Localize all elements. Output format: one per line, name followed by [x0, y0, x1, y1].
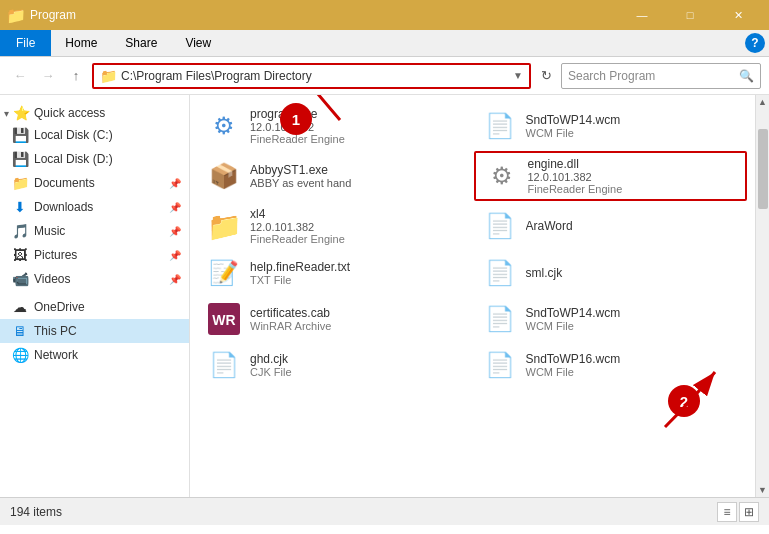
local-disk-d-icon: 💾	[12, 151, 28, 167]
sidebar-item-music[interactable]: 🎵 Music 📌	[0, 219, 189, 243]
sidebar-label: This PC	[34, 324, 181, 338]
main-layout: ▾ ⭐ Quick access 💾 Local Disk (C:) 💾 Loc…	[0, 95, 769, 497]
sidebar-item-network[interactable]: 🌐 Network	[0, 343, 189, 367]
tiles-view-button[interactable]: ⊞	[739, 502, 759, 522]
sidebar-item-documents[interactable]: 📁 Documents 📌	[0, 171, 189, 195]
file-thumbnail: 📁	[206, 208, 242, 244]
scroll-up-button[interactable]: ▲	[756, 95, 770, 109]
pin-icon: 📌	[169, 274, 181, 285]
this-pc-icon: 🖥	[12, 323, 28, 339]
file-name: ghd.cjk	[250, 352, 464, 366]
sidebar-item-this-pc[interactable]: 🖥 This PC	[0, 319, 189, 343]
ribbon: File Home Share View ?	[0, 30, 769, 57]
file-item[interactable]: 📦 AbbyyST1.exe ABBY as event hand	[198, 151, 472, 201]
sidebar-item-onedrive[interactable]: ☁ OneDrive	[0, 295, 189, 319]
file-item[interactable]: 📝 help.fineReader.txt TXT File	[198, 251, 472, 295]
file-version: 12.0.101.382	[528, 171, 738, 183]
file-thumbnail: 📄	[482, 301, 518, 337]
content-area: ⚙ program.exe 12.0.101.382 FineReader En…	[190, 95, 755, 497]
tab-view[interactable]: View	[171, 30, 225, 56]
file-thumbnail: WR	[206, 301, 242, 337]
pin-icon: 📌	[169, 178, 181, 189]
app-icon: 📁	[8, 7, 24, 23]
refresh-button[interactable]: ↻	[535, 65, 557, 87]
file-thumbnail: 📄	[482, 255, 518, 291]
forward-button[interactable]: →	[36, 64, 60, 88]
help-button[interactable]: ?	[745, 33, 765, 53]
file-type: WCM File	[526, 127, 740, 139]
tab-share[interactable]: Share	[111, 30, 171, 56]
file-info: xl4 12.0.101.382 FineReader Engine	[250, 207, 464, 245]
file-item[interactable]: 📄 SndToWP14.wcm WCM File	[474, 103, 748, 149]
address-bar[interactable]: 📁 C:\Program Files\Program Directory ▼	[92, 63, 531, 89]
tab-file[interactable]: File	[0, 30, 51, 56]
file-item[interactable]: 📄 sml.cjk	[474, 251, 748, 295]
file-item[interactable]: 📄 ghd.cjk CJK File	[198, 343, 472, 387]
file-thumbnail: 📄	[482, 347, 518, 383]
file-item[interactable]: 📄 SndToWP16.wcm WCM File	[474, 343, 748, 387]
address-folder-icon: 📁	[100, 68, 117, 84]
file-info: program.exe 12.0.101.382 FineReader Engi…	[250, 107, 464, 145]
scrollbar-thumb[interactable]	[758, 129, 768, 209]
search-icon[interactable]: 🔍	[739, 69, 754, 83]
file-item[interactable]: ⚙ program.exe 12.0.101.382 FineReader En…	[198, 103, 472, 149]
sidebar-label: Pictures	[34, 248, 163, 262]
file-thumbnail: 📄	[206, 347, 242, 383]
sidebar-item-downloads[interactable]: ⬇ Downloads 📌	[0, 195, 189, 219]
file-thumbnail: 📝	[206, 255, 242, 291]
sidebar-label: OneDrive	[34, 300, 181, 314]
file-name: help.fineReader.txt	[250, 260, 464, 274]
scroll-down-button[interactable]: ▼	[756, 483, 770, 497]
file-name: engine.dll	[528, 157, 738, 171]
search-bar[interactable]: Search Program 🔍	[561, 63, 761, 89]
view-buttons: ≡ ⊞	[717, 502, 759, 522]
address-dropdown-icon[interactable]: ▼	[513, 70, 523, 81]
file-info: SndToWP14.wcm WCM File	[526, 113, 740, 139]
expand-icon[interactable]: ▾	[4, 108, 9, 119]
close-button[interactable]: ✕	[715, 0, 761, 30]
file-item[interactable]: 📄 AraWord	[474, 203, 748, 249]
quick-access-label: Quick access	[34, 106, 105, 120]
sidebar-label: Documents	[34, 176, 163, 190]
file-thumbnail: 📄	[482, 108, 518, 144]
network-icon: 🌐	[12, 347, 28, 363]
sidebar-label: Local Disk (D:)	[34, 152, 181, 166]
file-name: AraWord	[526, 219, 740, 233]
minimize-button[interactable]: —	[619, 0, 665, 30]
file-thumbnail: 📦	[206, 158, 242, 194]
sidebar-label: Network	[34, 348, 181, 362]
quick-access-header: ▾ ⭐ Quick access	[0, 99, 189, 123]
up-button[interactable]: ↑	[64, 64, 88, 88]
music-icon: 🎵	[12, 223, 28, 239]
file-item[interactable]: 📄 SndToWP14.wcm WCM File	[474, 297, 748, 341]
sidebar-label: Music	[34, 224, 163, 238]
file-name: xl4	[250, 207, 464, 221]
back-button[interactable]: ←	[8, 64, 32, 88]
maximize-button[interactable]: □	[667, 0, 713, 30]
details-view-button[interactable]: ≡	[717, 502, 737, 522]
quick-access-icon: ⭐	[13, 105, 30, 121]
file-info: help.fineReader.txt TXT File	[250, 260, 464, 286]
item-count: 194 items	[10, 505, 62, 519]
file-info: ghd.cjk CJK File	[250, 352, 464, 378]
sidebar-item-pictures[interactable]: 🖼 Pictures 📌	[0, 243, 189, 267]
file-item-engine-dll[interactable]: ⚙ engine.dll 12.0.101.382 FineReader Eng…	[474, 151, 748, 201]
sidebar-item-videos[interactable]: 📹 Videos 📌	[0, 267, 189, 291]
file-thumbnail: ⚙	[206, 108, 242, 144]
file-name: SndToWP14.wcm	[526, 306, 740, 320]
file-info: SndToWP16.wcm WCM File	[526, 352, 740, 378]
tab-home[interactable]: Home	[51, 30, 111, 56]
file-info: AraWord	[526, 219, 740, 233]
address-path: C:\Program Files\Program Directory	[121, 69, 509, 83]
file-version: ABBY as event hand	[250, 177, 464, 189]
local-disk-c-icon: 💾	[12, 127, 28, 143]
sidebar-label: Local Disk (C:)	[34, 128, 181, 142]
file-item[interactable]: WR certificates.cab WinRAR Archive	[198, 297, 472, 341]
window-title: Program	[30, 8, 76, 22]
downloads-icon: ⬇	[12, 199, 28, 215]
file-item[interactable]: 📁 xl4 12.0.101.382 FineReader Engine	[198, 203, 472, 249]
pictures-icon: 🖼	[12, 247, 28, 263]
sidebar-item-local-disk-d[interactable]: 💾 Local Disk (D:)	[0, 147, 189, 171]
file-name: program.exe	[250, 107, 464, 121]
sidebar-item-local-disk-c[interactable]: 💾 Local Disk (C:)	[0, 123, 189, 147]
